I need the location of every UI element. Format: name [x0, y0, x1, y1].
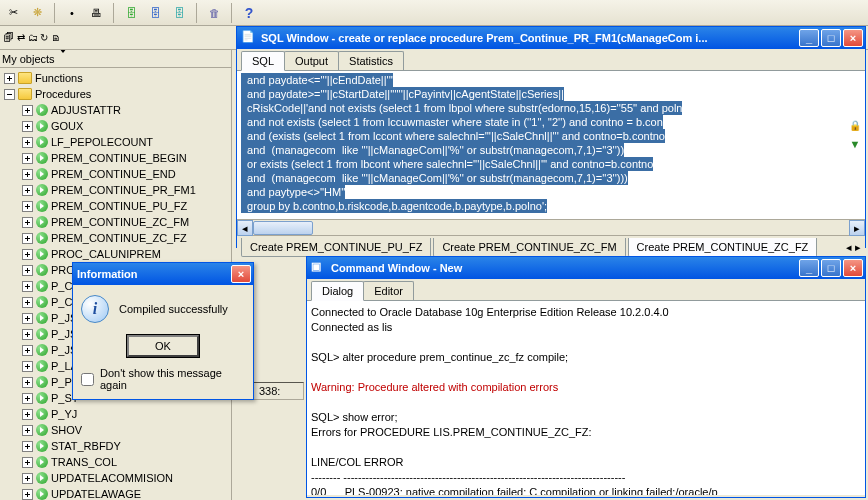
expand-toggle[interactable] — [22, 393, 33, 404]
expand-toggle[interactable] — [22, 121, 33, 132]
cmd-output[interactable]: Connected to Oracle Database 10g Enterpr… — [307, 301, 865, 495]
cmd-output-line — [311, 335, 861, 350]
expand-toggle[interactable] — [22, 345, 33, 356]
maximize-button[interactable]: □ — [821, 29, 841, 47]
close-button[interactable]: × — [843, 29, 863, 47]
expand-toggle[interactable] — [22, 249, 33, 260]
sql-code-line: or exists (select 1 from lbcont where sa… — [241, 157, 653, 171]
tree-procedure[interactable]: UPDATELACOMMISION — [0, 470, 231, 486]
arrow-down-icon[interactable]: ▼ — [850, 137, 861, 151]
scroll-thumb[interactable] — [253, 221, 313, 235]
cmd-output-line: Errors for PROCEDURE LIS.PREM_CONTINUE_Z… — [311, 425, 861, 440]
trash-icon[interactable]: 🗑 — [205, 4, 223, 22]
result-tab[interactable]: Create PREM_CONTINUE_PU_FZ — [241, 238, 431, 257]
tree-procedure[interactable]: P_YJ — [0, 406, 231, 422]
expand-toggle[interactable] — [22, 217, 33, 228]
result-tab[interactable]: Create PREM_CONTINUE_ZC_FM — [433, 238, 625, 257]
cmd-tab-dialog[interactable]: Dialog — [311, 281, 364, 301]
maximize-button[interactable]: □ — [821, 259, 841, 277]
tree-procedure[interactable]: PREM_CONTINUE_ZC_FZ — [0, 230, 231, 246]
gear-icon[interactable]: ❋ — [28, 4, 46, 22]
expand-toggle[interactable] — [22, 233, 33, 244]
minimize-button[interactable]: _ — [799, 259, 819, 277]
tree-procedure[interactable]: GOUX — [0, 118, 231, 134]
tab-prev-icon[interactable]: ◂ — [846, 241, 852, 253]
expand-toggle[interactable] — [22, 473, 33, 484]
result-tab[interactable]: Create PREM_CONTINUE_ZC_FZ — [628, 238, 818, 257]
sql-tabs: SQLOutputStatistics — [237, 49, 865, 71]
info-titlebar[interactable]: Information × — [73, 263, 253, 285]
tree-procedure[interactable]: LF_PEPOLECOUNT — [0, 134, 231, 150]
tab-next-icon[interactable]: ▸ — [855, 241, 861, 253]
tree-folder[interactable]: Functions — [0, 70, 231, 86]
scroll-left-button[interactable]: ◂ — [237, 220, 253, 236]
tree-procedure[interactable]: PREM_CONTINUE_PR_FM1 — [0, 182, 231, 198]
tree-procedure[interactable]: TRANS_COL — [0, 454, 231, 470]
cmd-tab-editor[interactable]: Editor — [363, 281, 414, 300]
db-cyan-icon[interactable]: 🗄 — [170, 4, 188, 22]
sql-h-scrollbar[interactable]: ◂ ▸ — [237, 219, 865, 235]
lock-icon[interactable]: 🔒 — [849, 119, 861, 133]
tree-procedure[interactable]: UPDATELAWAGE — [0, 486, 231, 500]
expand-toggle[interactable] — [22, 489, 33, 500]
object-filter-combo[interactable] — [59, 53, 229, 65]
expand-toggle[interactable] — [22, 361, 33, 372]
procedure-icon — [36, 312, 48, 324]
procedure-icon — [36, 168, 48, 180]
db-green-icon[interactable]: 🗄 — [122, 4, 140, 22]
help-icon[interactable]: ? — [240, 4, 258, 22]
tree-item-label: P_YJ — [51, 406, 77, 422]
bullet-icon[interactable]: • — [63, 4, 81, 22]
tree-folder[interactable]: Procedures — [0, 86, 231, 102]
tree-procedure[interactable]: PREM_CONTINUE_END — [0, 166, 231, 182]
expand-toggle[interactable] — [22, 329, 33, 340]
tree-procedure[interactable]: STAT_RBFDY — [0, 438, 231, 454]
scissors-icon[interactable]: ✂ — [4, 4, 22, 22]
cmd-window-titlebar[interactable]: ▣ Command Window - New _ □ × — [307, 257, 865, 279]
expand-toggle[interactable] — [22, 409, 33, 420]
tree-procedure[interactable]: PREM_CONTINUE_BEGIN — [0, 150, 231, 166]
expand-toggle[interactable] — [22, 313, 33, 324]
expand-toggle[interactable] — [22, 441, 33, 452]
sql-window-titlebar[interactable]: 📄 SQL Window - create or replace procedu… — [237, 27, 865, 49]
dont-show-checkbox[interactable]: Don't show this message again — [81, 367, 245, 391]
expand-toggle[interactable] — [22, 153, 33, 164]
tree-procedure[interactable]: ADJUSTATTR — [0, 102, 231, 118]
close-button[interactable]: × — [843, 259, 863, 277]
expand-toggle[interactable] — [22, 281, 33, 292]
expand-toggle[interactable] — [4, 89, 15, 100]
dont-show-input[interactable] — [81, 373, 94, 386]
printer-icon[interactable]: 🖶 — [87, 4, 105, 22]
sql-tab-sql[interactable]: SQL — [241, 51, 285, 71]
tree-procedure[interactable]: SHOV — [0, 422, 231, 438]
sql-tab-output[interactable]: Output — [284, 51, 339, 70]
expand-toggle[interactable] — [22, 297, 33, 308]
tree-procedure[interactable]: PREM_CONTINUE_ZC_FM — [0, 214, 231, 230]
expand-toggle[interactable] — [22, 457, 33, 468]
tree-procedure[interactable]: PREM_CONTINUE_PU_FZ — [0, 198, 231, 214]
expand-toggle[interactable] — [22, 201, 33, 212]
close-button[interactable]: × — [231, 265, 251, 283]
db-blue-icon[interactable]: 🗄 — [146, 4, 164, 22]
expand-toggle[interactable] — [22, 105, 33, 116]
minimize-button[interactable]: _ — [799, 29, 819, 47]
expand-toggle[interactable] — [22, 185, 33, 196]
procedure-icon — [36, 104, 48, 116]
ok-button[interactable]: OK — [127, 335, 199, 357]
expand-toggle[interactable] — [22, 169, 33, 180]
tree-item-label: Functions — [35, 70, 83, 86]
tree-procedure[interactable]: PROC_CALUNIPREM — [0, 246, 231, 262]
expand-toggle[interactable] — [22, 377, 33, 388]
folder-icon — [18, 72, 32, 84]
procedure-icon — [36, 296, 48, 308]
expand-toggle[interactable] — [4, 73, 15, 84]
sql-code-line: and paydate>='''||cStartDate||''''''||cP… — [241, 87, 564, 101]
info-message: Compiled successfully — [119, 303, 228, 315]
sql-tab-statistics[interactable]: Statistics — [338, 51, 404, 70]
scroll-right-button[interactable]: ▸ — [849, 220, 865, 236]
sql-editor[interactable]: and paydate<='''||cEndDate||''' and payd… — [237, 71, 865, 219]
expand-toggle[interactable] — [22, 265, 33, 276]
tree-item-label: PREM_CONTINUE_PU_FZ — [51, 198, 187, 214]
expand-toggle[interactable] — [22, 425, 33, 436]
expand-toggle[interactable] — [22, 137, 33, 148]
